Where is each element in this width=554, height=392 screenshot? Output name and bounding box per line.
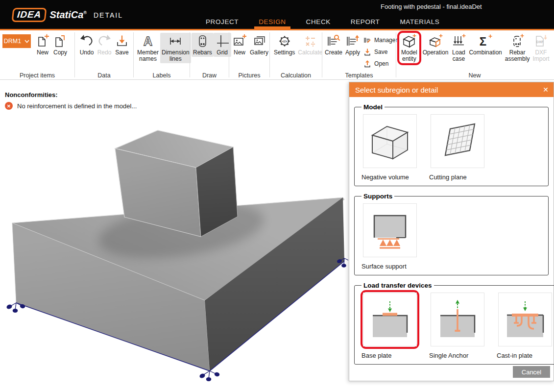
- button-label: Open: [374, 60, 388, 67]
- cast-in-plate-card[interactable]: Cast-in plate: [496, 290, 554, 359]
- surface-support-icon: [368, 208, 412, 252]
- save-button[interactable]: Save: [113, 33, 131, 57]
- single-anchor-icon: [435, 297, 480, 342]
- error-cross-icon: ✕: [5, 102, 13, 110]
- rebars-icon: [195, 34, 210, 49]
- ribbon-group-draw: Rebars Grid Draw: [190, 30, 229, 79]
- settings-gear-icon: </>: [277, 34, 292, 49]
- letter-a-icon: A: [141, 34, 155, 49]
- template-manager-button[interactable]: Manager: [363, 34, 397, 46]
- dimension-lines-button[interactable]: Dimension lines: [160, 33, 191, 63]
- template-small-buttons: Manager Save Open: [363, 34, 397, 70]
- button-label: Model entity: [401, 49, 417, 62]
- ribbon-group-calculation: </> Settings Calculate Calculation: [270, 30, 322, 79]
- button-label: Load case: [452, 49, 465, 62]
- copy-document-icon: [53, 34, 68, 49]
- button-label: Undo: [80, 49, 94, 56]
- project-item-dropdown[interactable]: DRM1: [2, 34, 31, 48]
- svg-text:A: A: [144, 34, 152, 48]
- button-label: Save: [374, 49, 387, 55]
- member-names-button[interactable]: A Member names: [136, 33, 160, 63]
- tab-materials[interactable]: MATERIALS: [400, 18, 439, 25]
- card-label: Base plate: [361, 352, 419, 359]
- dialog-title: Select subregion or detail: [349, 86, 538, 94]
- apply-template-button[interactable]: Apply: [344, 33, 361, 57]
- template-open-button[interactable]: Open: [363, 58, 397, 70]
- cancel-button[interactable]: Cancel: [513, 366, 550, 378]
- base-plate-icon: [368, 297, 412, 342]
- button-label: Copy: [53, 49, 67, 56]
- model-entity-button[interactable]: Model entity: [400, 33, 419, 63]
- cutting-plane-icon: [435, 119, 480, 163]
- tab-report[interactable]: REPORT: [351, 18, 380, 25]
- button-label: Operation: [423, 49, 449, 56]
- undo-button[interactable]: Undo: [78, 33, 96, 57]
- new-picture-button[interactable]: New: [231, 33, 248, 57]
- rebar-assembly-button[interactable]: Rebar assembly: [504, 33, 531, 63]
- copy-button[interactable]: Copy: [51, 33, 69, 57]
- close-icon[interactable]: ✕: [538, 82, 554, 97]
- settings-button[interactable]: </> Settings: [272, 33, 296, 57]
- tab-design[interactable]: DESIGN: [259, 18, 286, 25]
- gallery-button[interactable]: Gallery: [248, 33, 270, 57]
- operation-box-icon: [428, 34, 443, 49]
- button-label: Dimension lines: [162, 49, 190, 62]
- button-label: Rebar assembly: [505, 49, 530, 62]
- cutting-plane-card[interactable]: Cutting plane: [428, 112, 487, 181]
- surface-support-card[interactable]: Surface support: [361, 201, 419, 270]
- ribbon-group-label: Labels: [134, 72, 190, 79]
- dxf-import-button: DXF DXF Import: [531, 33, 551, 63]
- button-label: Member names: [137, 49, 159, 62]
- calculate-icon: [303, 34, 317, 49]
- section-title: Supports: [361, 193, 394, 200]
- ribbon-group-label: Draw: [190, 72, 229, 79]
- rebars-button[interactable]: Rebars: [192, 33, 214, 57]
- titlebar: IDEA StatiCa® DETAIL Footing with pedest…: [0, 0, 554, 30]
- button-label: Settings: [274, 49, 295, 56]
- button-label: New: [37, 49, 48, 56]
- dialog-header: Select subregion or detail ✕: [349, 82, 554, 97]
- section-title: Model: [361, 103, 385, 111]
- template-open-icon: [363, 60, 371, 68]
- negative-volume-icon: [368, 119, 412, 163]
- nonconformity-message: No reinforcement is defined in the model…: [17, 102, 137, 110]
- load-case-button[interactable]: Load case: [450, 33, 467, 63]
- dxf-import-icon: DXF: [533, 34, 548, 49]
- operation-button[interactable]: Operation: [421, 33, 450, 57]
- ribbon-group-label: New: [426, 72, 524, 79]
- select-subregion-dialog: Select subregion or detail ✕ Model Negat…: [349, 82, 554, 381]
- base-plate-highlight-ring: [361, 290, 419, 349]
- card-label: Single Anchor: [428, 352, 487, 359]
- card-label: Surface support: [361, 263, 419, 270]
- button-label: Manager: [374, 37, 397, 44]
- support-marker[interactable]: [6, 303, 25, 312]
- cast-in-plate-icon: [503, 297, 547, 342]
- single-anchor-card[interactable]: Single Anchor: [428, 290, 487, 359]
- button-label: Gallery: [250, 49, 268, 56]
- button-label: Grid: [217, 49, 228, 56]
- new-project-item-button[interactable]: New: [34, 33, 51, 57]
- negative-volume-card[interactable]: Negative volume: [361, 112, 419, 181]
- ribbon-group-labels: A Member names Dimension lines Labels: [134, 30, 190, 79]
- card-label: Cutting plane: [428, 173, 487, 181]
- section-title: Load transfer devices: [361, 282, 434, 289]
- tab-check[interactable]: CHECK: [306, 18, 331, 25]
- load-case-icon: [451, 34, 466, 49]
- support-marker[interactable]: [199, 371, 219, 381]
- svg-text:Σ: Σ: [480, 35, 486, 48]
- nonconformities-title: Nonconformities:: [5, 91, 137, 98]
- template-manager-icon: [363, 36, 371, 44]
- gallery-icon: [252, 34, 266, 49]
- create-template-button[interactable]: Create: [323, 33, 344, 57]
- ribbon-group-project-items: DRM1 New Copy Project items: [0, 30, 74, 79]
- chevron-down-icon: [24, 40, 29, 43]
- section-supports: Supports: [354, 193, 549, 275]
- button-label: Calculate: [298, 49, 322, 56]
- svg-text:DXF: DXF: [536, 40, 544, 44]
- template-save-button[interactable]: Save: [363, 46, 397, 58]
- tab-project[interactable]: PROJECT: [206, 18, 239, 25]
- base-plate-card[interactable]: Base plate: [361, 290, 419, 359]
- svg-text:</>: </>: [282, 40, 287, 43]
- combination-button[interactable]: Σ Combination: [467, 33, 503, 57]
- model-entity-highlight-ring: Model entity: [397, 31, 421, 65]
